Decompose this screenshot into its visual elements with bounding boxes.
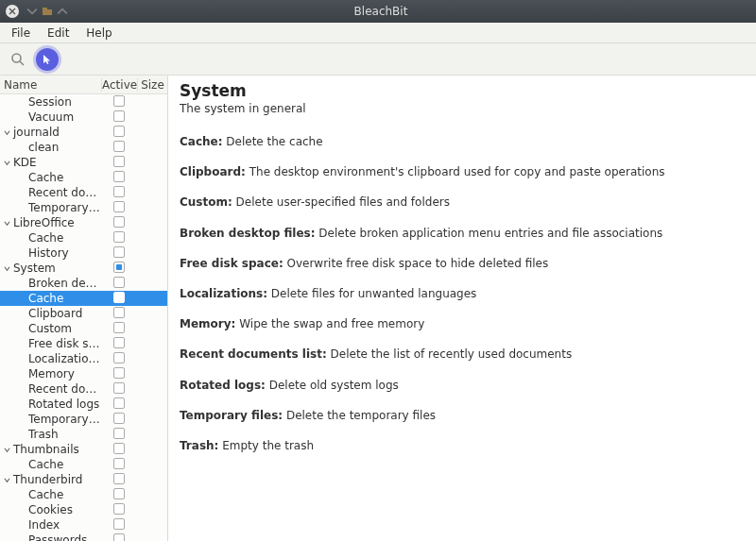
main-panel: System The system in general Cache: Dele…	[168, 76, 756, 541]
window-close-button[interactable]	[6, 5, 19, 18]
checkbox[interactable]	[113, 382, 125, 394]
active-cell	[101, 186, 137, 200]
tree-row[interactable]: Cache	[0, 457, 167, 472]
checkbox[interactable]	[113, 307, 125, 318]
checkbox[interactable]	[113, 216, 125, 228]
checkbox[interactable]	[113, 262, 125, 273]
checkbox[interactable]	[113, 171, 125, 182]
tree[interactable]: SessionVacuumjournaldcleanKDECacheRecent…	[0, 94, 167, 541]
tree-row[interactable]: Memory	[0, 366, 167, 381]
tree-row[interactable]: History	[0, 245, 167, 261]
tree-row-label: KDE	[11, 156, 101, 169]
chevron-down-icon	[4, 129, 10, 136]
tree-row[interactable]: Cache	[0, 291, 167, 306]
checkbox[interactable]	[113, 352, 125, 363]
definition-item: Cache: Delete the cache	[180, 134, 745, 149]
menu-file[interactable]: File	[4, 25, 38, 42]
tree-row[interactable]: Cache	[0, 170, 167, 185]
tree-row[interactable]: Thunderbird	[0, 472, 167, 487]
column-header-active[interactable]: Active	[101, 78, 137, 92]
checkbox[interactable]	[113, 231, 125, 243]
tree-row[interactable]: Custom	[0, 321, 167, 336]
definition-desc: Delete old system logs	[266, 379, 399, 392]
tree-row[interactable]: Cookies	[0, 502, 167, 517]
tree-row[interactable]: LibreOffice	[0, 215, 167, 230]
checkbox[interactable]	[113, 518, 125, 530]
search-button[interactable]	[6, 47, 30, 72]
checkbox[interactable]	[113, 443, 125, 454]
checkbox[interactable]	[113, 186, 125, 197]
tree-row[interactable]: journald	[0, 125, 167, 140]
definitions-list: Cache: Delete the cacheClipboard: The de…	[180, 134, 745, 453]
tree-row[interactable]: Passwords	[0, 533, 167, 541]
tree-row[interactable]: Clipboard	[0, 306, 167, 321]
expand-toggle[interactable]	[2, 129, 11, 136]
tree-row[interactable]: System	[0, 261, 167, 276]
tree-row[interactable]: Cache	[0, 487, 167, 502]
tree-row[interactable]: Trash	[0, 427, 167, 442]
expand-toggle[interactable]	[2, 265, 11, 272]
tree-row[interactable]: Temporary files	[0, 200, 167, 215]
checkbox[interactable]	[113, 141, 125, 152]
checkbox[interactable]	[113, 413, 125, 424]
tree-row[interactable]: Localizations	[0, 351, 167, 366]
definition-desc: Delete files for unwanted languages	[267, 287, 476, 300]
checkbox[interactable]	[113, 322, 125, 333]
column-header-size[interactable]: Size	[137, 78, 167, 92]
tree-row[interactable]: Thumbnails	[0, 442, 167, 457]
definition-item: Temporary files: Delete the temporary fi…	[180, 408, 745, 423]
checkbox[interactable]	[113, 277, 125, 288]
tree-row[interactable]: KDE	[0, 155, 167, 170]
checkbox[interactable]	[113, 367, 125, 379]
expand-toggle[interactable]	[2, 447, 11, 453]
definition-term: Clipboard:	[180, 165, 246, 178]
tree-row[interactable]: Vacuum	[0, 110, 167, 125]
tree-row[interactable]: Broken desktop files	[0, 276, 167, 291]
tree-row-label: Rotated logs	[11, 397, 101, 411]
definition-item: Localizations: Delete files for unwanted…	[180, 286, 745, 301]
expand-toggle[interactable]	[2, 477, 11, 483]
checkbox[interactable]	[113, 156, 125, 167]
tree-row[interactable]: clean	[0, 140, 167, 155]
tree-row[interactable]: Temporary files	[0, 412, 167, 427]
definition-desc: Delete the temporary files	[283, 409, 436, 422]
checkbox[interactable]	[113, 95, 125, 107]
checkbox[interactable]	[113, 292, 125, 303]
active-cell	[101, 503, 137, 517]
checkbox[interactable]	[113, 337, 125, 348]
tree-row[interactable]: Session	[0, 94, 167, 110]
definition-term: Trash:	[180, 439, 218, 452]
expand-toggle[interactable]	[2, 220, 11, 227]
checkbox[interactable]	[113, 488, 125, 499]
checkbox[interactable]	[113, 110, 125, 122]
tree-row-label: Cache	[11, 231, 101, 245]
sidebar: Name Active Size SessionVacuumjournaldcl…	[0, 76, 168, 541]
definition-term: Free disk space:	[180, 257, 284, 270]
tree-row[interactable]: Recent documents list	[0, 381, 167, 397]
menu-help[interactable]: Help	[78, 25, 119, 42]
active-cell	[101, 307, 137, 321]
tree-row[interactable]: Recent documents list	[0, 185, 167, 200]
menubar: File Edit Help	[0, 23, 756, 43]
svg-point-2	[12, 54, 21, 62]
checkbox[interactable]	[113, 246, 125, 258]
tree-row[interactable]: Index	[0, 517, 167, 533]
tree-row-label: Cache	[11, 292, 101, 305]
tree-row-label: Cache	[11, 488, 101, 501]
checkbox[interactable]	[113, 533, 125, 542]
checkbox[interactable]	[113, 397, 125, 409]
tree-row[interactable]: Cache	[0, 230, 167, 245]
checkbox[interactable]	[113, 503, 125, 515]
checkbox[interactable]	[113, 201, 125, 212]
tree-row[interactable]: Free disk space	[0, 336, 167, 351]
checkbox[interactable]	[113, 473, 125, 484]
checkbox[interactable]	[113, 428, 125, 439]
menu-edit[interactable]: Edit	[40, 25, 77, 42]
checkbox[interactable]	[113, 126, 125, 137]
tree-row[interactable]: Rotated logs	[0, 397, 167, 412]
preview-button[interactable]	[36, 48, 59, 71]
expand-toggle[interactable]	[2, 160, 11, 166]
tree-row-label: History	[11, 246, 101, 260]
checkbox[interactable]	[113, 458, 125, 469]
column-header-name[interactable]: Name	[0, 78, 101, 92]
